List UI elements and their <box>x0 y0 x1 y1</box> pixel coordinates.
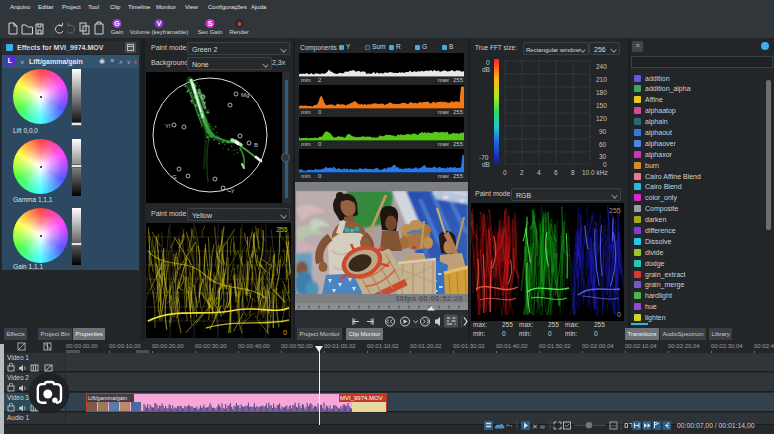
svg-text:0: 0 <box>503 169 507 176</box>
svg-text:0: 0 <box>617 311 621 318</box>
svg-text:00:00:07,00 / 00:01:14,00: 00:00:07,00 / 00:01:14,00 <box>677 422 755 429</box>
svg-text:2: 2 <box>520 169 524 176</box>
svg-text:4: 4 <box>537 169 541 176</box>
svg-text:Yl: Yl <box>165 123 170 129</box>
svg-text:Cy: Cy <box>227 187 234 193</box>
svg-text:210: 210 <box>596 76 607 83</box>
svg-text:0: 0 <box>283 329 287 336</box>
svg-text:30: 30 <box>599 153 607 160</box>
svg-text:10.0 kHz: 10.0 kHz <box>582 169 608 176</box>
svg-text:255: 255 <box>276 226 288 233</box>
svg-text:Mg: Mg <box>241 92 249 98</box>
svg-text:dB: dB <box>482 161 490 168</box>
svg-text:✕: ✕ <box>532 423 538 430</box>
svg-text:60: 60 <box>599 141 607 148</box>
svg-text:120: 120 <box>596 115 607 122</box>
svg-text:∞: ∞ <box>540 423 545 430</box>
svg-text:6: 6 <box>554 169 558 176</box>
svg-text:8: 8 <box>571 169 575 176</box>
svg-text:90: 90 <box>599 128 607 135</box>
svg-text:dB: dB <box>482 66 490 73</box>
svg-text:0: 0 <box>603 161 607 168</box>
svg-text:180: 180 <box>596 89 607 96</box>
svg-text:0: 0 <box>486 59 490 66</box>
svg-text:150: 150 <box>596 102 607 109</box>
svg-text:255: 255 <box>609 207 621 214</box>
svg-text:B: B <box>254 142 258 148</box>
svg-text:240: 240 <box>596 63 607 70</box>
svg-text:G: G <box>172 174 177 180</box>
svg-text:-70: -70 <box>479 154 489 161</box>
